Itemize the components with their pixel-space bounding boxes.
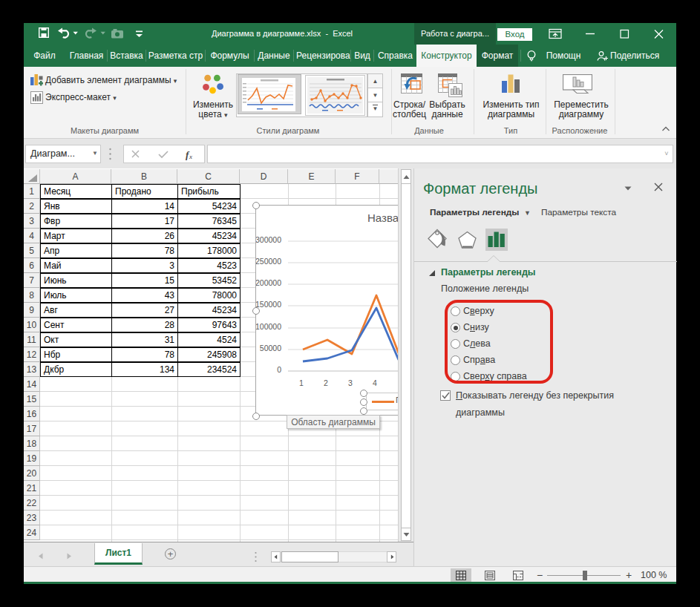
svg-text:x: x (189, 153, 192, 160)
